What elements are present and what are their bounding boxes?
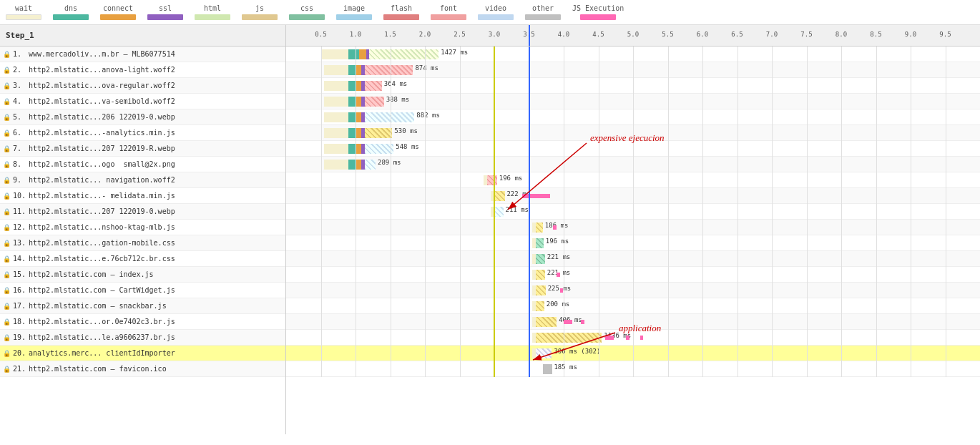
row-num-16: 16.: [13, 286, 29, 294]
tick-5.5: 5.5: [662, 31, 673, 38]
lock-icon-9: 🔒: [3, 177, 11, 184]
lock-icon-19: 🔒: [3, 334, 11, 341]
lock-icon-16: 🔒: [3, 287, 11, 294]
blue-vertical-line-header: [529, 25, 530, 46]
row-url-18: http2.mlstatic...or.0e7402c3.br.js: [29, 318, 175, 326]
js-exec-19-2: [640, 336, 643, 340]
bar-segment-10-1: [494, 191, 505, 201]
req-bar-6: [324, 128, 392, 138]
row-num-20: 20.: [13, 349, 29, 357]
bar-segment-9-1: [487, 175, 497, 185]
lock-icon-14: 🔒: [3, 255, 11, 263]
timeline-row-12: 186 ms: [286, 220, 980, 235]
row-url-9: http2.mlstatic... navigation.woff2: [29, 176, 175, 184]
request-row-8: 🔒 8. http2.mlstatic...ogo__small@2x.png: [0, 157, 285, 172]
tick-7: 7.0: [766, 31, 778, 38]
bar-segment-5-2: [356, 112, 361, 122]
row-url-16: http2.mlstatic.com – CartWidget.js: [29, 286, 175, 294]
row-url-11: http2.mlstatic...207_122019-0.webp: [29, 207, 175, 215]
tick-3: 3.0: [489, 31, 500, 38]
request-row-4: 🔒 4. http2.mlstatic...va-semibold.woff2: [0, 94, 285, 109]
legend-ssl: ssl: [147, 4, 183, 20]
legend-html: html: [195, 4, 230, 20]
lock-icon-3: 🔒: [3, 82, 11, 89]
bar-segment-12-1: [536, 222, 543, 233]
row-url-14: http2.mlstatic...e.76cb712c.br.css: [29, 255, 175, 263]
req-bar-21: [543, 364, 552, 374]
req-bar-4: [324, 97, 383, 107]
bar-segment-7-4: [365, 144, 394, 154]
row-num-11: 11.: [13, 207, 29, 215]
tick-6.5: 6.5: [731, 31, 743, 38]
bar-segment-3-1: [348, 81, 356, 91]
bar-segment-3-0: [324, 81, 348, 91]
tick-4: 4.0: [558, 31, 569, 38]
row-url-10: http2.mlstatic...- melidata.min.js: [29, 192, 175, 200]
bar-segment-3-2: [356, 81, 361, 91]
bar-segment-3-4: [365, 81, 382, 91]
right-panel: 0.51.01.52.02.53.03.54.04.55.05.56.06.57…: [286, 25, 980, 434]
legend-wait: wait: [6, 4, 41, 20]
bar-segment-13-1: [536, 238, 544, 248]
row-num-1: 1.: [13, 50, 29, 58]
bar-segment-7-2: [356, 144, 361, 154]
lock-icon-20: 🔒: [3, 350, 11, 357]
row-num-19: 19.: [13, 333, 29, 341]
bar-segment-11-1: [494, 207, 504, 217]
tick-1: 1.0: [350, 31, 361, 38]
bar-segment-2-1: [348, 65, 356, 75]
row-num-18: 18.: [13, 318, 29, 326]
row-url-12: http2.mlstatic...nshoo-ktag-mlb.js: [29, 223, 175, 231]
bar-segment-4-1: [348, 97, 356, 107]
request-row-17: 🔒 17. http2.mlstatic.com – snackbar.js: [0, 298, 285, 314]
row-url-1: www.mercadoliv...m.br – MLB6077514: [29, 50, 175, 58]
request-row-2: 🔒 2. http2.mlstatic...anova-light.woff2: [0, 62, 285, 78]
legend-flash-bar: [383, 14, 419, 20]
timeline-body: 1427 ms874 ms364 ms388 ms882 ms530 ms548…: [286, 47, 980, 377]
legend-dns: dns: [53, 4, 89, 20]
bar-segment-7-0: [324, 144, 348, 154]
row-url-8: http2.mlstatic...ogo__small@2x.png: [29, 160, 175, 168]
timeline-row-10: 222 ms: [286, 188, 980, 204]
row-num-9: 9.: [13, 176, 29, 184]
legend-connect: connect: [100, 4, 136, 20]
legend-connect-label: connect: [103, 4, 133, 12]
bar-segment-4-2: [356, 97, 361, 107]
row-url-5: http2.mlstatic...206_122019-0.webp: [29, 113, 175, 121]
req-bar-3: [324, 81, 381, 91]
timeline-row-1: 1427 ms: [286, 47, 980, 62]
yellow-vertical-line: [494, 47, 495, 377]
timeline-row-15: 221 ms: [286, 267, 980, 283]
request-row-14: 🔒 14. http2.mlstatic...e.76cb712c.br.css: [0, 251, 285, 267]
tick-5: 5.0: [627, 31, 639, 38]
bar-label-16: 225 ms: [548, 285, 572, 292]
req-bar-18: [532, 317, 557, 327]
bar-segment-1-1: [348, 49, 359, 59]
bar-label-21: 185 ms: [554, 363, 577, 371]
timeline-row-6: 530 ms: [286, 125, 980, 141]
bar-segment-20-1: [536, 348, 552, 358]
request-row-10: 🔒 10. http2.mlstatic...- melidata.min.js: [0, 188, 285, 204]
req-bar-17: [532, 301, 544, 311]
legend-js-exec: JS Execution: [572, 4, 624, 20]
row-url-17: http2.mlstatic.com – snackbar.js: [29, 302, 167, 310]
lock-icon-13: 🔒: [3, 240, 11, 247]
row-url-6: http2.mlstatic...-analytics.min.js: [29, 129, 175, 137]
req-bar-14: [532, 254, 544, 264]
request-row-3: 🔒 3. http2.mlstatic...ova-regular.woff2: [0, 78, 285, 94]
js-exec-16-0: [560, 288, 563, 293]
request-row-15: 🔒 15. http2.mlstatic.com – index.js: [0, 267, 285, 283]
row-url-2: http2.mlstatic...anova-light.woff2: [29, 66, 175, 74]
row-num-12: 12.: [13, 223, 29, 231]
bar-label-5: 882 ms: [416, 112, 440, 119]
lock-icon-8: 🔒: [3, 161, 11, 168]
bar-label-14: 221 ms: [547, 253, 571, 260]
req-bar-19: [532, 333, 602, 343]
row-num-15: 15.: [13, 270, 29, 278]
legend-image-label: image: [343, 4, 365, 12]
legend-flash: flash: [383, 4, 419, 20]
request-row-1: 🔒 1. www.mercadoliv...m.br – MLB6077514: [0, 47, 285, 62]
bar-segment-8-4: [365, 160, 376, 170]
lock-icon-5: 🔒: [3, 114, 11, 121]
js-exec-15-0: [557, 273, 560, 277]
